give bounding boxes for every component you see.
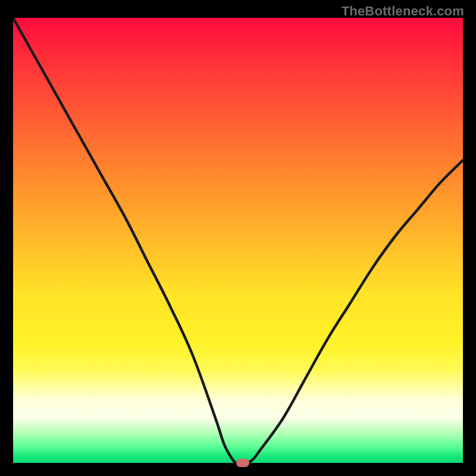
- watermark-text: TheBottleneck.com: [342, 4, 464, 19]
- plot-area: [13, 18, 463, 463]
- optimal-point-marker: [236, 459, 249, 467]
- bottleneck-curve: [13, 18, 463, 463]
- chart-frame: TheBottleneck.com: [0, 0, 476, 476]
